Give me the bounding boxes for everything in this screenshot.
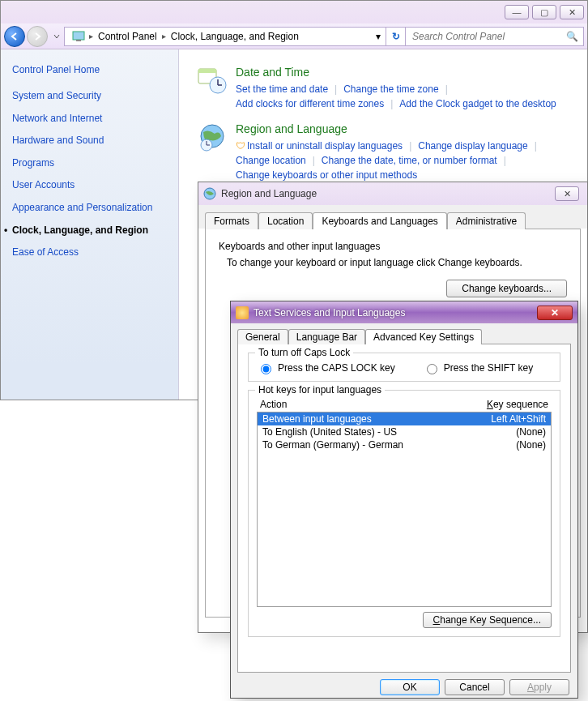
- titlebar: — ▢ ✕: [1, 1, 587, 24]
- forward-button[interactable]: [27, 26, 48, 47]
- refresh-button[interactable]: ↻: [386, 27, 406, 46]
- svg-rect-0: [73, 32, 84, 40]
- close-button[interactable]: ✕: [537, 306, 573, 320]
- tab-panel: To turn off Caps Lock Press the CAPS LOC…: [237, 344, 571, 673]
- group-description: To change your keyboard or input languag…: [227, 257, 567, 268]
- hotkey-row[interactable]: To German (Germany) - German (None): [258, 438, 551, 451]
- category-date-time: Date and Time Set the time and date| Cha…: [197, 66, 569, 111]
- hotkey-row[interactable]: To English (United States) - US (None): [258, 425, 551, 438]
- col-action: Action: [260, 399, 287, 410]
- sidebar-item-user-accounts[interactable]: User Accounts: [12, 179, 167, 192]
- globe-icon: [197, 122, 228, 153]
- close-button[interactable]: ✕: [555, 186, 579, 201]
- capslock-fieldset: To turn off Caps Lock Press the CAPS LOC…: [248, 353, 560, 382]
- col-key-sequence: Key sequence: [487, 399, 548, 410]
- link-install-languages[interactable]: Install or uninstall display languages: [247, 139, 403, 153]
- category-title[interactable]: Region and Language: [236, 122, 569, 135]
- link-change-display-lang[interactable]: Change display language: [418, 139, 527, 153]
- apply-button[interactable]: Apply: [509, 679, 569, 695]
- link-change-formats[interactable]: Change the date, time, or number format: [322, 153, 497, 168]
- tab-administrative[interactable]: Administrative: [447, 212, 526, 229]
- link-add-clocks[interactable]: Add clocks for different time zones: [236, 96, 384, 111]
- dialog-title: Region and Language: [221, 188, 555, 199]
- breadcrumb-segment[interactable]: Clock, Language, and Region: [166, 29, 304, 44]
- radio-input[interactable]: [261, 364, 271, 374]
- tab-keyboards-languages[interactable]: Keyboards and Languages: [313, 212, 446, 229]
- globe-icon: [203, 187, 216, 200]
- hotkey-action: Between input languages: [262, 413, 372, 425]
- svg-rect-3: [198, 69, 216, 73]
- dialog-title: Text Services and Input Languages: [254, 307, 537, 318]
- radio-capslock-key[interactable]: Press the CAPS LOCK key: [257, 361, 395, 374]
- address-dropdown[interactable]: ▾: [370, 27, 386, 46]
- search-box[interactable]: 🔍: [406, 27, 584, 46]
- link-change-keyboards[interactable]: Change keyboards or other input methods: [236, 168, 417, 182]
- change-key-sequence-button[interactable]: Change Key Sequence...: [423, 612, 552, 628]
- cancel-button[interactable]: Cancel: [445, 679, 505, 695]
- hotkey-sequence: Left Alt+Shift: [491, 413, 546, 425]
- tab-formats[interactable]: Formats: [205, 212, 258, 229]
- hotkeys-fieldset: Hot keys for input languages Action Key …: [248, 390, 560, 637]
- sidebar: Control Panel Home System and Security N…: [1, 49, 179, 400]
- category-region-language: Region and Language 🛡Install or uninstal…: [197, 122, 569, 182]
- tab-general[interactable]: General: [237, 329, 288, 344]
- hotkey-header: Action Key sequence: [257, 399, 552, 412]
- shield-icon: 🛡: [236, 139, 245, 153]
- link-set-time[interactable]: Set the time and date: [236, 82, 328, 96]
- tab-language-bar[interactable]: Language Bar: [288, 329, 365, 344]
- sidebar-item-programs[interactable]: Programs: [12, 157, 167, 170]
- breadcrumb-segment[interactable]: Control Panel: [93, 29, 162, 44]
- control-panel-icon: [71, 29, 86, 44]
- radio-input[interactable]: [427, 364, 437, 374]
- keyboard-icon: [236, 306, 249, 319]
- hotkey-list[interactable]: Between input languages Left Alt+Shift T…: [257, 412, 552, 607]
- sidebar-item-ease-of-access[interactable]: Ease of Access: [12, 246, 167, 259]
- radio-label: Press the CAPS LOCK key: [278, 362, 395, 374]
- tab-location[interactable]: Location: [258, 212, 313, 229]
- arrow-left-icon: [9, 31, 20, 42]
- category-title[interactable]: Date and Time: [236, 66, 569, 79]
- hotkey-row[interactable]: Between input languages Left Alt+Shift: [258, 412, 551, 425]
- group-heading: Keyboards and other input languages: [219, 241, 567, 252]
- dropdown-icon[interactable]: [53, 32, 61, 41]
- text-services-dialog: Text Services and Input Languages ✕ Gene…: [230, 301, 578, 699]
- change-keyboards-button[interactable]: Change keyboards...: [446, 280, 567, 297]
- hotkey-action: To English (United States) - US: [262, 426, 397, 438]
- tab-advanced-key-settings[interactable]: Advanced Key Settings: [365, 329, 482, 344]
- maximize-button[interactable]: ▢: [532, 5, 556, 19]
- back-button[interactable]: [4, 26, 25, 47]
- minimize-button[interactable]: —: [505, 5, 529, 19]
- tab-strip: General Language Bar Advanced Key Settin…: [231, 323, 577, 344]
- nav-toolbar: ▸ Control Panel ▸ Clock, Language, and R…: [1, 24, 587, 49]
- sidebar-item-system-security[interactable]: System and Security: [12, 90, 167, 103]
- ok-button[interactable]: OK: [380, 679, 440, 695]
- link-change-timezone[interactable]: Change the time zone: [343, 82, 438, 96]
- fieldset-legend: To turn off Caps Lock: [255, 347, 353, 358]
- hotkey-action: To German (Germany) - German: [262, 439, 403, 451]
- dialog-titlebar: Text Services and Input Languages ✕: [231, 301, 577, 323]
- search-icon: 🔍: [566, 31, 578, 42]
- arrow-right-icon: [32, 31, 43, 42]
- search-input[interactable]: [411, 30, 566, 43]
- close-button[interactable]: ✕: [560, 5, 584, 19]
- radio-shift-key[interactable]: Press the SHIFT key: [423, 361, 533, 374]
- sidebar-item-network-internet[interactable]: Network and Internet: [12, 113, 167, 126]
- dialog-buttons: OK Cancel Apply: [231, 673, 577, 701]
- sidebar-item-clock-language-region[interactable]: Clock, Language, and Region: [12, 224, 167, 237]
- control-panel-home-link[interactable]: Control Panel Home: [12, 64, 167, 75]
- hotkey-sequence: (None): [516, 426, 546, 438]
- address-bar[interactable]: ▸ Control Panel ▸ Clock, Language, and R…: [64, 27, 370, 46]
- sidebar-item-hardware-sound[interactable]: Hardware and Sound: [12, 135, 167, 147]
- dialog-titlebar: Region and Language ✕: [198, 182, 587, 205]
- sidebar-item-appearance[interactable]: Appearance and Personalization: [12, 202, 167, 215]
- clock-icon: [197, 66, 228, 96]
- radio-label: Press the SHIFT key: [444, 362, 533, 374]
- hotkey-sequence: (None): [516, 439, 546, 451]
- tab-strip: Formats Location Keyboards and Languages…: [198, 205, 587, 229]
- link-clock-gadget[interactable]: Add the Clock gadget to the desktop: [399, 96, 556, 111]
- link-change-location[interactable]: Change location: [236, 153, 306, 168]
- fieldset-legend: Hot keys for input languages: [255, 384, 385, 395]
- svg-rect-1: [76, 40, 81, 41]
